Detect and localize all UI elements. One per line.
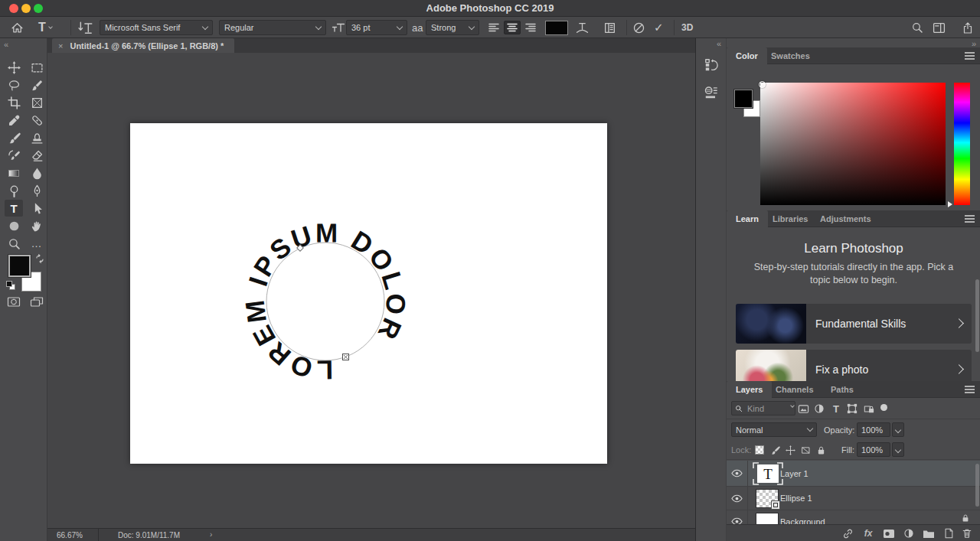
anti-alias-select[interactable]: Strong (426, 20, 479, 35)
lock-transparent-pixels-icon[interactable] (753, 443, 766, 457)
link-layers-icon[interactable] (841, 527, 854, 539)
blend-mode-select[interactable]: Normal (731, 422, 817, 437)
color-field-cursor[interactable] (759, 81, 766, 88)
path-selection-tool[interactable] (28, 200, 46, 217)
type-tool-preset[interactable]: T (38, 17, 52, 38)
add-layer-mask-icon[interactable] (882, 527, 896, 539)
fill-dropdown[interactable] (892, 442, 904, 457)
swap-colors-icon[interactable] (35, 254, 44, 263)
lasso-tool[interactable] (5, 77, 23, 93)
brush-tool[interactable] (5, 129, 23, 146)
path-end-anchor[interactable] (343, 354, 349, 360)
more-tools-icon[interactable]: … (28, 235, 46, 252)
new-group-icon[interactable] (922, 527, 936, 539)
eyedropper-tool[interactable] (5, 112, 23, 129)
workspace-switcher-icon[interactable] (933, 17, 946, 38)
ellipse-tool[interactable] (5, 217, 23, 234)
filter-toggle[interactable] (880, 404, 887, 411)
history-brush-tool[interactable] (5, 147, 23, 164)
toggle-panels-button[interactable] (603, 17, 616, 38)
foreground-color-swatch[interactable] (8, 255, 31, 277)
eraser-tool[interactable] (28, 147, 46, 164)
home-button[interactable] (11, 17, 24, 38)
tab-paths[interactable]: Paths (822, 381, 863, 398)
align-right-button[interactable] (522, 21, 539, 34)
cancel-edit-button[interactable] (632, 17, 645, 38)
history-panel-icon[interactable] (701, 55, 721, 75)
tab-color[interactable]: Color (727, 47, 767, 64)
hue-slider-marker[interactable] (948, 201, 952, 207)
background-lock-icon[interactable] (961, 513, 970, 523)
search-icon[interactable] (911, 17, 923, 38)
lock-artboard-icon[interactable] (799, 443, 812, 457)
opacity-dropdown[interactable] (892, 422, 904, 437)
libraries-panel-icon[interactable] (701, 83, 721, 103)
commit-edit-button[interactable]: ✓ (654, 17, 664, 38)
crop-tool[interactable] (5, 94, 23, 111)
status-chevron-icon[interactable]: › (210, 530, 212, 539)
tab-adjustments[interactable]: Adjustments (811, 210, 880, 227)
filter-smart-objects-icon[interactable] (862, 402, 876, 416)
share-icon[interactable] (962, 17, 974, 38)
layer-thumbnail-shape[interactable] (756, 489, 779, 508)
screen-mode-button[interactable] (28, 293, 46, 310)
tab-channels[interactable]: Channels (766, 381, 823, 398)
font-size-select[interactable]: 36 pt (346, 20, 407, 35)
hue-slider[interactable] (954, 83, 970, 205)
filter-adjustment-layers-icon[interactable] (812, 402, 826, 416)
type-tool-selected[interactable]: T (5, 200, 23, 217)
fill-field[interactable]: 100% (857, 442, 890, 457)
marquee-tool[interactable] (28, 59, 46, 76)
layer-row-ellipse1[interactable]: Ellipse 1 (727, 487, 980, 510)
filter-shape-layers-icon[interactable] (845, 402, 859, 416)
layer-thumbnail-type[interactable]: T (753, 462, 783, 485)
collapse-tools-icon[interactable]: « (4, 40, 8, 49)
layers-scrollbar[interactable] (975, 464, 979, 507)
warp-text-button[interactable] (576, 17, 589, 38)
move-tool[interactable] (5, 59, 23, 76)
panel-menu-icon[interactable] (965, 215, 975, 223)
foreground-color-well[interactable] (734, 90, 753, 108)
collapse-dock-icon[interactable]: « (717, 39, 721, 48)
dodge-tool[interactable] (5, 182, 23, 199)
type-on-path-artwork[interactable]: LOREM IPSUM DOLOR (130, 123, 607, 464)
frame-tool[interactable] (28, 94, 46, 111)
tab-libraries[interactable]: Libraries (763, 210, 817, 227)
layer-row-background[interactable]: Background (727, 510, 980, 524)
learn-scrollbar[interactable] (975, 279, 979, 352)
lock-image-pixels-icon[interactable] (768, 443, 782, 457)
expand-panels-icon[interactable]: » (972, 39, 976, 48)
zoom-tool[interactable] (5, 235, 23, 252)
font-style-select[interactable]: Regular (219, 20, 326, 35)
filter-type-layers-icon[interactable]: T (829, 402, 843, 416)
panel-menu-icon[interactable] (965, 52, 975, 60)
default-colors-icon[interactable] (5, 280, 16, 291)
tab-learn[interactable]: Learn (727, 210, 768, 227)
document-tab[interactable]: × Untitled-1 @ 66.7% (Ellipse 1, RGB/8) … (52, 38, 234, 53)
layer-thumbnail-background[interactable] (756, 513, 779, 524)
close-tab-icon[interactable]: × (58, 41, 63, 51)
lock-all-icon[interactable] (814, 443, 828, 457)
opacity-field[interactable]: 100% (857, 422, 890, 437)
document-canvas[interactable]: LOREM IPSUM DOLOR (130, 123, 607, 464)
text-color-swatch[interactable] (545, 21, 568, 35)
align-left-button[interactable] (485, 21, 502, 34)
layer-row-layer1[interactable]: T Layer 1 (727, 461, 980, 487)
quick-mask-button[interactable] (5, 293, 23, 310)
filter-pixel-layers-icon[interactable] (796, 402, 810, 416)
adjustment-layer-icon[interactable] (902, 527, 916, 539)
tab-layers[interactable]: Layers (727, 381, 772, 398)
zoom-level-field[interactable]: 66.67% (57, 531, 83, 539)
canvas-workspace[interactable]: LOREM IPSUM DOLOR (47, 53, 695, 528)
blur-tool[interactable] (28, 165, 46, 181)
visibility-toggle[interactable] (727, 510, 748, 524)
gradient-tool[interactable] (5, 165, 23, 181)
font-family-select[interactable]: Microsoft Sans Serif (100, 20, 213, 35)
saturation-brightness-field[interactable] (760, 83, 946, 205)
pen-tool[interactable] (28, 182, 46, 199)
circular-text[interactable]: LOREM IPSUM DOLOR (239, 218, 411, 386)
new-layer-icon[interactable] (942, 527, 956, 539)
learn-card-fundamental-skills[interactable]: Fundamental Skills (736, 304, 972, 344)
tab-swatches[interactable]: Swatches (762, 47, 819, 64)
visibility-toggle[interactable] (727, 487, 748, 510)
